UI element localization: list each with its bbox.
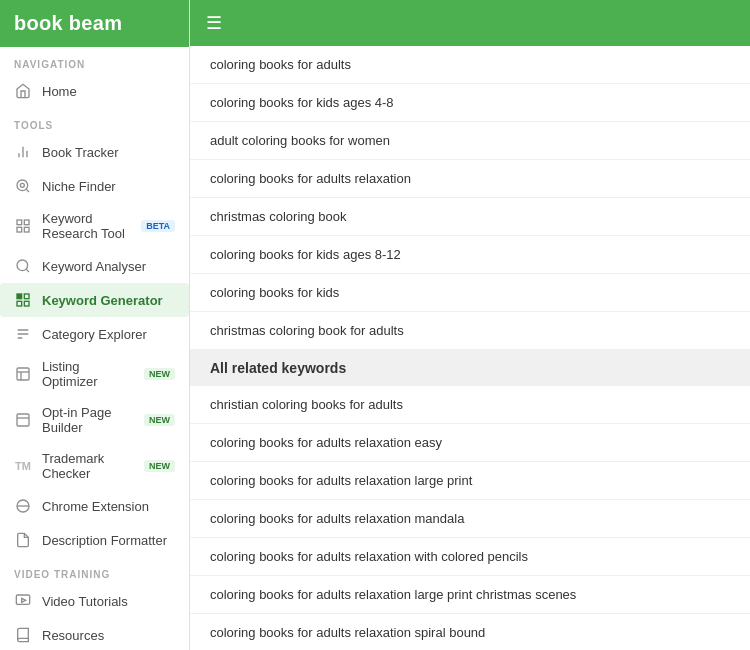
chrome-extension-label: Chrome Extension xyxy=(42,499,149,514)
svg-rect-13 xyxy=(24,294,29,299)
sidebar-item-book-tracker[interactable]: Book Tracker xyxy=(0,135,189,169)
sidebar-item-keyword-analyser[interactable]: Keyword Analyser xyxy=(0,249,189,283)
sidebar-item-video-tutorials[interactable]: Video Tutorials xyxy=(0,584,189,618)
description-formatter-label: Description Formatter xyxy=(42,533,167,548)
list-item[interactable]: coloring books for adults xyxy=(190,46,750,84)
sidebar-item-trademark[interactable]: TM Trademark Checker NEW xyxy=(0,443,189,489)
svg-rect-12 xyxy=(17,294,22,299)
related-keyword-list: christian coloring books for adultscolor… xyxy=(190,386,750,650)
video-section-label: VIDEO TRAINING xyxy=(0,557,189,584)
chrome-icon xyxy=(14,497,32,515)
keyword-analyser-label: Keyword Analyser xyxy=(42,259,146,274)
resource-icon xyxy=(14,626,32,644)
tools-section-label: TOOLS xyxy=(0,108,189,135)
listing-optimizer-label: Listing Optimizer xyxy=(42,359,130,389)
list-item[interactable]: coloring books for adults relaxation eas… xyxy=(190,424,750,462)
svg-rect-8 xyxy=(17,227,22,232)
sidebar-item-listing-optimizer[interactable]: Listing Optimizer NEW xyxy=(0,351,189,397)
optin-page-label: Opt-in Page Builder xyxy=(42,405,130,435)
logo-text: book beam xyxy=(14,12,122,35)
svg-rect-15 xyxy=(24,301,29,306)
format-icon xyxy=(14,531,32,549)
trademark-label: Trademark Checker xyxy=(42,451,130,481)
svg-line-11 xyxy=(26,269,29,272)
sidebar-item-chrome-extension[interactable]: Chrome Extension xyxy=(0,489,189,523)
list-item[interactable]: coloring books for adults relaxation spi… xyxy=(190,614,750,650)
main-header: ☰ xyxy=(190,0,750,46)
list-item[interactable]: coloring books for adults relaxation wit… xyxy=(190,538,750,576)
keyword-content: coloring books for adultscoloring books … xyxy=(190,46,750,650)
chart-icon xyxy=(14,143,32,161)
sidebar-item-home[interactable]: Home xyxy=(0,74,189,108)
home-icon xyxy=(14,82,32,100)
page-icon xyxy=(14,411,32,429)
list-item[interactable]: coloring books for adults relaxation lar… xyxy=(190,462,750,500)
search-icon xyxy=(14,257,32,275)
list-item[interactable]: adult coloring books for women xyxy=(190,122,750,160)
keyword-research-icon xyxy=(14,217,32,235)
new-badge-trademark: NEW xyxy=(144,460,175,472)
svg-line-5 xyxy=(26,189,29,192)
hamburger-icon[interactable]: ☰ xyxy=(206,12,222,34)
sidebar: book beam NAVIGATION Home TOOLS Book Tra… xyxy=(0,0,190,650)
grid-icon xyxy=(14,291,32,309)
book-tracker-label: Book Tracker xyxy=(42,145,119,160)
list-item[interactable]: christmas coloring book xyxy=(190,198,750,236)
category-icon xyxy=(14,325,32,343)
list-item[interactable]: christian coloring books for adults xyxy=(190,386,750,424)
niche-icon xyxy=(14,177,32,195)
beta-badge: BETA xyxy=(141,220,175,232)
list-item[interactable]: christmas coloring book for adults xyxy=(190,312,750,350)
svg-marker-24 xyxy=(22,598,26,602)
sidebar-item-resources[interactable]: Resources xyxy=(0,618,189,650)
svg-rect-7 xyxy=(24,220,29,225)
sidebar-item-niche-finder[interactable]: Niche Finder xyxy=(0,169,189,203)
keyword-generator-label: Keyword Generator xyxy=(42,293,163,308)
svg-point-3 xyxy=(17,180,28,191)
category-explorer-label: Category Explorer xyxy=(42,327,147,342)
svg-point-4 xyxy=(20,183,24,187)
main-content: ☰ coloring books for adultscoloring book… xyxy=(190,0,750,650)
svg-rect-6 xyxy=(17,220,22,225)
tm-icon: TM xyxy=(14,457,32,475)
list-item[interactable]: coloring books for kids ages 4-8 xyxy=(190,84,750,122)
list-icon xyxy=(14,365,32,383)
keyword-research-label: Keyword Research Tool xyxy=(42,211,127,241)
sidebar-header: book beam xyxy=(0,0,189,47)
resources-label: Resources xyxy=(42,628,104,643)
sidebar-item-keyword-research[interactable]: Keyword Research Tool BETA xyxy=(0,203,189,249)
list-item[interactable]: coloring books for adults relaxation man… xyxy=(190,500,750,538)
related-keywords-header: All related keywords xyxy=(190,350,750,386)
svg-rect-14 xyxy=(17,301,22,306)
video-tutorials-label: Video Tutorials xyxy=(42,594,128,609)
sidebar-item-keyword-generator[interactable]: Keyword Generator xyxy=(0,283,189,317)
svg-point-10 xyxy=(17,260,28,271)
svg-rect-9 xyxy=(24,227,29,232)
top-keyword-list: coloring books for adultscoloring books … xyxy=(190,46,750,350)
sidebar-item-category-explorer[interactable]: Category Explorer xyxy=(0,317,189,351)
niche-finder-label: Niche Finder xyxy=(42,179,116,194)
sidebar-item-optin-page[interactable]: Opt-in Page Builder NEW xyxy=(0,397,189,443)
sidebar-item-description-formatter[interactable]: Description Formatter xyxy=(0,523,189,557)
list-item[interactable]: coloring books for adults relaxation lar… xyxy=(190,576,750,614)
list-item[interactable]: coloring books for kids ages 8-12 xyxy=(190,236,750,274)
video-icon xyxy=(14,592,32,610)
new-badge-optin: NEW xyxy=(144,414,175,426)
home-label: Home xyxy=(42,84,77,99)
svg-rect-16 xyxy=(17,368,29,380)
nav-section-label: NAVIGATION xyxy=(0,47,189,74)
svg-rect-19 xyxy=(17,414,29,426)
new-badge-listing: NEW xyxy=(144,368,175,380)
list-item[interactable]: coloring books for adults relaxation xyxy=(190,160,750,198)
list-item[interactable]: coloring books for kids xyxy=(190,274,750,312)
